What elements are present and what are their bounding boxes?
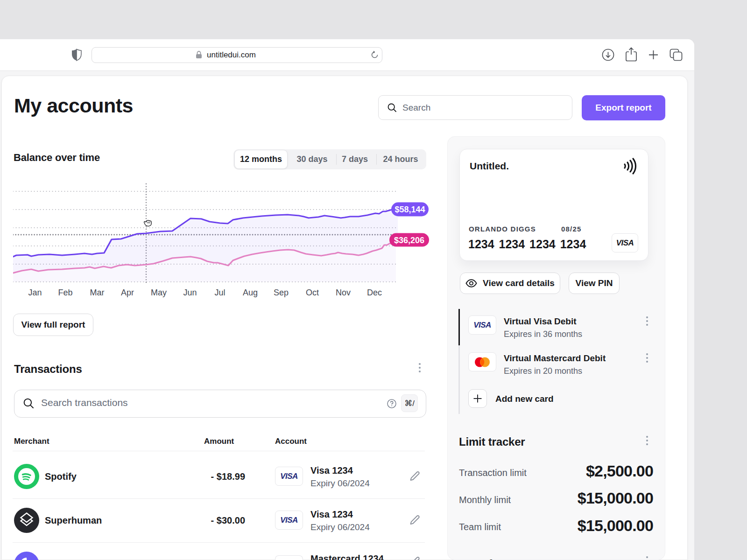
svg-text:Aug: Aug bbox=[243, 288, 258, 297]
svg-text:Oct: Oct bbox=[306, 288, 319, 297]
svg-text:Feb: Feb bbox=[58, 288, 72, 297]
svg-text:Dec: Dec bbox=[367, 288, 382, 297]
svg-text:Jul: Jul bbox=[214, 288, 225, 297]
svg-text:Sep: Sep bbox=[274, 288, 289, 297]
svg-text:$58,144: $58,144 bbox=[395, 205, 425, 214]
svg-text:Jan: Jan bbox=[28, 288, 42, 297]
svg-text:Mar: Mar bbox=[90, 288, 105, 297]
svg-text:Apr: Apr bbox=[121, 288, 134, 297]
svg-text:Jun: Jun bbox=[183, 288, 197, 297]
svg-text:May: May bbox=[151, 288, 167, 297]
svg-text:Nov: Nov bbox=[336, 288, 351, 297]
svg-text:$36,206: $36,206 bbox=[394, 236, 424, 245]
